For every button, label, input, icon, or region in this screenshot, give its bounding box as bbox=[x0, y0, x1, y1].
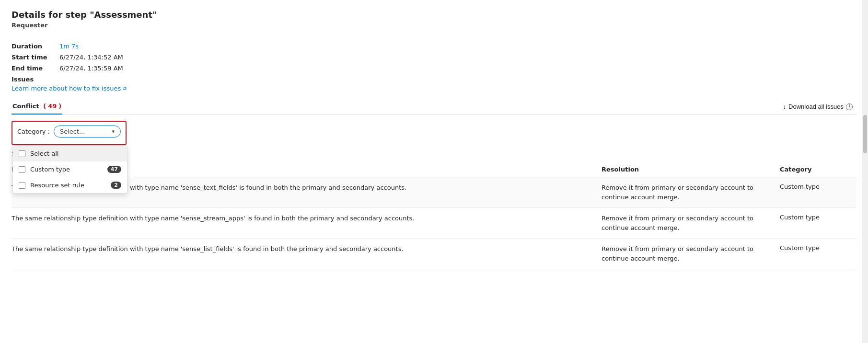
download-label: Download all issues bbox=[788, 103, 844, 110]
tab-conflict-count-close: ) bbox=[58, 103, 61, 110]
info-icon[interactable]: i bbox=[846, 103, 853, 110]
category-cell: Custom type bbox=[780, 183, 856, 190]
dropdown-item-custom-type[interactable]: Custom type 47 bbox=[13, 161, 127, 177]
table-row: The same relationship type definition wi… bbox=[12, 239, 856, 269]
end-time-value: 6/27/24, 1:35:59 AM bbox=[59, 65, 123, 72]
issue-message-cell: The same relationship type definition wi… bbox=[12, 214, 596, 223]
scrollbar[interactable] bbox=[862, 0, 868, 279]
category-filter-label: Category : bbox=[17, 128, 50, 135]
header-resolution: Resolution bbox=[602, 166, 774, 173]
tab-conflict-count-val: 49 bbox=[48, 103, 57, 110]
category-cell: Custom type bbox=[780, 244, 856, 252]
issues-table: Issue message Resolution Category The sa… bbox=[12, 162, 856, 269]
duration-label: Duration bbox=[12, 43, 59, 50]
category-cell: Custom type bbox=[780, 214, 856, 221]
table-header: Issue message Resolution Category bbox=[12, 162, 856, 177]
resolution-cell: Remove it from primary or secondary acco… bbox=[602, 214, 774, 232]
scrollbar-thumb[interactable] bbox=[863, 115, 867, 153]
category-dropdown-menu: Select all Custom type 47 Resource set r… bbox=[12, 145, 127, 194]
resolution-cell: Remove it from primary or secondary acco… bbox=[602, 244, 774, 263]
external-link-icon: ⧉ bbox=[123, 85, 127, 91]
select-all-label: Select all bbox=[30, 150, 58, 157]
chevron-down-icon: ▾ bbox=[112, 128, 115, 135]
custom-type-label: Custom type bbox=[30, 166, 70, 173]
select-all-checkbox[interactable] bbox=[19, 150, 25, 157]
showing-text: Showing 49 of bbox=[12, 150, 856, 157]
filter-row: Category : Select... ▾ bbox=[17, 126, 121, 137]
start-time-label: Start time bbox=[12, 54, 59, 61]
dropdown-placeholder: Select... bbox=[60, 128, 85, 135]
tab-conflict-count: ( bbox=[43, 103, 46, 110]
custom-type-badge: 47 bbox=[107, 166, 121, 173]
duration-row: Duration 1m 7s bbox=[12, 43, 856, 50]
tab-conflict-label: Conflict bbox=[12, 103, 39, 110]
dropdown-item-select-all[interactable]: Select all bbox=[13, 146, 127, 161]
download-icon: ↓ bbox=[783, 103, 787, 110]
duration-value: 1m 7s bbox=[59, 43, 79, 50]
issue-message-cell: The same relationship type definition wi… bbox=[12, 244, 596, 254]
requester-label: Requester bbox=[12, 22, 856, 29]
header-category: Category bbox=[780, 166, 856, 173]
table-row: The same relationship type definition wi… bbox=[12, 208, 856, 239]
custom-type-checkbox[interactable] bbox=[19, 166, 25, 173]
learn-more-link[interactable]: Learn more about how to fix issues ⧉ bbox=[12, 85, 127, 92]
download-all-issues-button[interactable]: ↓ Download all issues i bbox=[779, 101, 856, 112]
tabs-bar: Conflict (49) ↓ Download all issues i bbox=[12, 99, 856, 115]
resource-set-rule-checkbox[interactable] bbox=[19, 182, 25, 189]
resolution-cell: Remove it from primary or secondary acco… bbox=[602, 183, 774, 202]
table-row: The same relationship type definition wi… bbox=[12, 177, 856, 208]
start-time-value: 6/27/24, 1:34:52 AM bbox=[59, 54, 123, 61]
category-dropdown-trigger[interactable]: Select... ▾ bbox=[54, 126, 121, 137]
end-time-row: End time 6/27/24, 1:35:59 AM bbox=[12, 65, 856, 72]
learn-more-text: Learn more about how to fix issues bbox=[12, 85, 121, 92]
end-time-label: End time bbox=[12, 65, 59, 72]
start-time-row: Start time 6/27/24, 1:34:52 AM bbox=[12, 54, 856, 61]
tab-conflict[interactable]: Conflict (49) bbox=[12, 99, 62, 114]
meta-section: Duration 1m 7s Start time 6/27/24, 1:34:… bbox=[12, 43, 856, 72]
dropdown-item-resource-set-rule[interactable]: Resource set rule 2 bbox=[13, 177, 127, 193]
issues-label: Issues bbox=[12, 76, 856, 83]
filter-container: Category : Select... ▾ Select all Custom… bbox=[12, 121, 127, 145]
resource-set-rule-badge: 2 bbox=[111, 182, 121, 189]
page-title: Details for step "Assessment" bbox=[12, 10, 856, 20]
resource-set-rule-label: Resource set rule bbox=[30, 182, 84, 189]
